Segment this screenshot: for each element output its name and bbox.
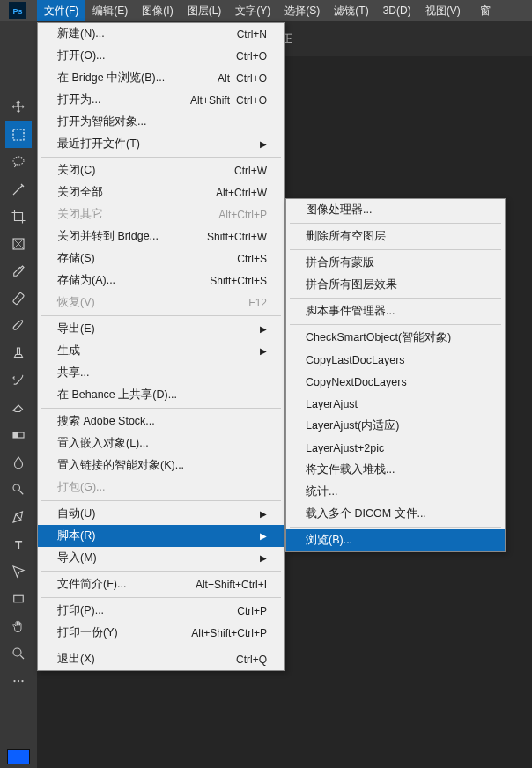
script-menu-item-15[interactable]: 将文件载入堆栈... xyxy=(286,459,505,481)
file-menu-item-34[interactable]: 退出(X)Ctrl+Q xyxy=(38,648,284,670)
file-menu-item-18[interactable]: 在 Behance 上共享(D)... xyxy=(38,384,284,406)
script-menu-item-19[interactable]: 浏览(B)... xyxy=(286,529,505,551)
menu-window[interactable]: 窗 xyxy=(468,0,498,21)
menu-item-label: 搜索 Adobe Stock... xyxy=(57,414,155,429)
menu-item-shortcut: Ctrl+S xyxy=(237,253,267,265)
script-menu-item-16[interactable]: 统计... xyxy=(286,481,505,503)
menu-edit[interactable]: 编辑(E) xyxy=(85,0,135,21)
blur-tool[interactable] xyxy=(5,448,32,476)
script-menu-item-12[interactable]: LayerAjust xyxy=(286,393,505,415)
script-menu-separator xyxy=(290,298,501,299)
script-menu-item-10[interactable]: CopyLastDocLayers xyxy=(286,349,505,371)
file-menu-item-3[interactable]: 打开为...Alt+Shift+Ctrl+O xyxy=(38,89,284,111)
menu-item-label: 导出(E) xyxy=(57,321,95,336)
menu-image[interactable]: 图像(I) xyxy=(135,0,180,21)
menu-file[interactable]: 文件(F) xyxy=(37,0,85,21)
file-menu-item-17[interactable]: 共享... xyxy=(38,362,284,384)
file-menu-item-32[interactable]: 打印一份(Y)Alt+Shift+Ctrl+P xyxy=(38,622,284,644)
svg-rect-12 xyxy=(14,595,24,602)
file-menu-item-8[interactable]: 关闭全部Alt+Ctrl+W xyxy=(38,181,284,203)
wand-tool[interactable] xyxy=(5,175,32,203)
file-menu-item-10[interactable]: 关闭并转到 Bridge...Shift+Ctrl+W xyxy=(38,225,284,247)
move-tool[interactable] xyxy=(5,93,32,121)
type-tool[interactable]: T xyxy=(5,530,32,558)
menu-select[interactable]: 选择(S) xyxy=(277,0,327,21)
file-menu-item-27[interactable]: 导入(M)▶ xyxy=(38,547,284,569)
menu-item-shortcut: Alt+Ctrl+P xyxy=(218,209,267,221)
file-menu-item-26[interactable]: 脚本(R)▶ xyxy=(38,525,284,547)
script-menu-item-13[interactable]: LayerAjust(内适应) xyxy=(286,415,505,437)
stamp-tool[interactable] xyxy=(5,339,32,366)
menu-item-shortcut: Shift+Ctrl+W xyxy=(207,231,267,243)
file-menu-separator xyxy=(41,646,281,646)
lasso-tool[interactable] xyxy=(5,148,32,175)
hand-tool[interactable] xyxy=(5,612,32,639)
healing-tool[interactable] xyxy=(5,284,32,312)
file-menu-item-31[interactable]: 打印(P)...Ctrl+P xyxy=(38,600,284,622)
menu-item-label: 生成 xyxy=(57,343,80,358)
file-menu-item-15[interactable]: 导出(E)▶ xyxy=(38,318,284,340)
menu-item-label: 共享... xyxy=(57,366,89,380)
file-menu-item-0[interactable]: 新建(N)...Ctrl+N xyxy=(38,23,284,45)
menu-item-shortcut: Ctrl+N xyxy=(237,28,267,41)
script-menu-item-17[interactable]: 载入多个 DICOM 文件... xyxy=(286,503,505,525)
script-menu-item-5[interactable]: 拼合所有图层效果 xyxy=(286,274,505,296)
rectangle-tool[interactable] xyxy=(5,585,32,612)
menu-item-label: 最近打开文件(T) xyxy=(57,137,140,151)
svg-point-7 xyxy=(18,298,19,299)
file-menu-item-21[interactable]: 置入嵌入对象(L)... xyxy=(38,432,284,454)
svg-point-13 xyxy=(13,648,21,656)
file-menu-item-1[interactable]: 打开(O)...Ctrl+O xyxy=(38,45,284,67)
history-brush-tool[interactable] xyxy=(5,366,32,394)
script-menu-item-2[interactable]: 删除所有空图层 xyxy=(286,225,505,247)
menu-item-label: CopyLastDocLayers xyxy=(306,354,405,366)
file-menu-item-29[interactable]: 文件简介(F)...Alt+Shift+Ctrl+I xyxy=(38,573,284,595)
file-menu-item-12[interactable]: 存储为(A)...Shift+Ctrl+S xyxy=(38,270,284,292)
file-menu-item-4[interactable]: 打开为智能对象... xyxy=(38,111,284,133)
menu-item-label: 存储(S) xyxy=(57,251,95,266)
file-menu-item-5[interactable]: 最近打开文件(T)▶ xyxy=(38,133,284,155)
file-menu-item-25[interactable]: 自动(U)▶ xyxy=(38,503,284,525)
script-menu-item-7[interactable]: 脚本事件管理器... xyxy=(286,300,505,322)
pen-tool[interactable] xyxy=(5,503,32,530)
file-menu-separator xyxy=(41,597,281,598)
dodge-tool[interactable] xyxy=(5,476,32,503)
file-menu-separator xyxy=(41,571,281,572)
file-menu-item-11[interactable]: 存储(S)Ctrl+S xyxy=(38,247,284,270)
menu-filter[interactable]: 滤镜(T) xyxy=(327,0,375,21)
menu-type[interactable]: 文字(Y) xyxy=(228,0,277,21)
svg-text:T: T xyxy=(15,537,23,550)
svg-point-15 xyxy=(18,679,19,681)
file-menu-item-22[interactable]: 置入链接的智能对象(K)... xyxy=(38,454,284,476)
menu-layer[interactable]: 图层(L) xyxy=(181,0,229,21)
more-tools[interactable] xyxy=(5,667,32,694)
tools-panel: T xyxy=(0,21,37,768)
file-menu-item-2[interactable]: 在 Bridge 中浏览(B)...Alt+Ctrl+O xyxy=(38,67,284,89)
script-menu-item-9[interactable]: CheckSmartObject(智能对象) xyxy=(286,327,505,349)
script-menu-item-11[interactable]: CopyNextDocLayers xyxy=(286,371,505,393)
eyedropper-tool[interactable] xyxy=(5,257,32,284)
menu-item-label: 图像处理器... xyxy=(306,203,372,218)
marquee-tool[interactable] xyxy=(5,121,32,148)
menu-3d[interactable]: 3D(D) xyxy=(376,0,418,21)
menu-item-label: 打开为智能对象... xyxy=(57,114,146,129)
crop-tool[interactable] xyxy=(5,203,32,230)
frame-tool[interactable] xyxy=(5,230,32,257)
path-tool[interactable] xyxy=(5,558,32,585)
file-menu-item-7[interactable]: 关闭(C)Ctrl+W xyxy=(38,159,284,181)
menu-item-label: 置入嵌入对象(L)... xyxy=(57,436,149,451)
file-menu-dropdown: 新建(N)...Ctrl+N打开(O)...Ctrl+O在 Bridge 中浏览… xyxy=(37,22,285,671)
gradient-tool[interactable] xyxy=(5,421,32,448)
svg-rect-9 xyxy=(13,432,18,438)
eraser-tool[interactable] xyxy=(5,394,32,421)
zoom-tool[interactable] xyxy=(5,639,32,667)
file-menu-item-20[interactable]: 搜索 Adobe Stock... xyxy=(38,410,284,432)
brush-tool[interactable] xyxy=(5,312,32,339)
script-menu-item-4[interactable]: 拼合所有蒙版 xyxy=(286,252,505,274)
menu-item-label: 导入(M) xyxy=(57,550,97,565)
menu-view[interactable]: 视图(V) xyxy=(418,0,468,21)
file-menu-item-16[interactable]: 生成▶ xyxy=(38,340,284,362)
foreground-color[interactable] xyxy=(7,749,30,764)
script-menu-item-0[interactable]: 图像处理器... xyxy=(286,199,505,221)
script-menu-item-14[interactable]: LayerAjust+2pic xyxy=(286,437,505,459)
